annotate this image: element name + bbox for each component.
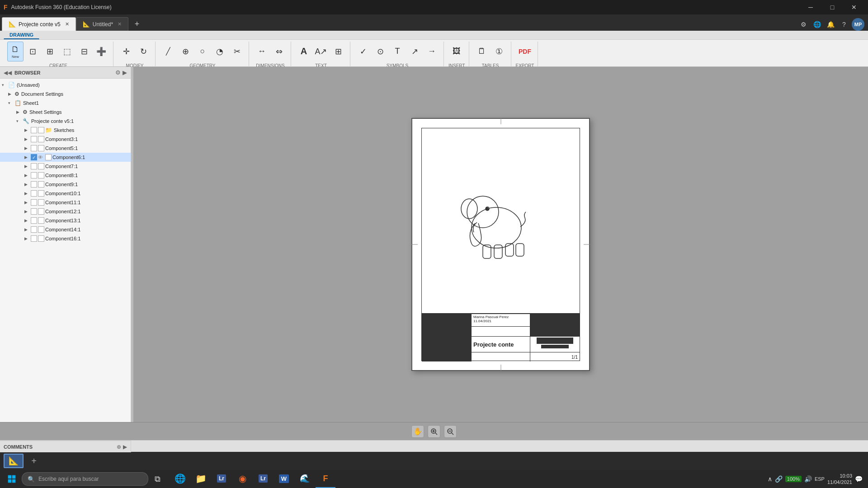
circle-button[interactable]: ○ xyxy=(194,42,211,61)
break-view-button[interactable]: ⊟ xyxy=(76,42,92,61)
tray-arrow-icon[interactable]: ∧ xyxy=(768,475,772,483)
zoom-in-button[interactable] xyxy=(428,425,440,438)
close-button[interactable]: ✕ xyxy=(844,0,864,14)
new-drawing-button[interactable]: 🗋 New xyxy=(7,42,24,61)
tab-notify-icon[interactable]: 🔔 xyxy=(825,19,836,30)
comp13-check2[interactable] xyxy=(38,217,44,224)
restore-button[interactable]: □ xyxy=(822,0,843,14)
leader-sym-button[interactable]: ↗ xyxy=(406,42,423,61)
tree-item-sheet-settings[interactable]: ▶ ⚙ Sheet Settings xyxy=(0,108,131,117)
line-button[interactable]: ╱ xyxy=(160,42,176,61)
browser-back-icon[interactable]: ◀◀ xyxy=(4,70,12,76)
tree-item-comp11[interactable]: ▶ Component11:1 xyxy=(0,198,131,207)
tree-item-comp8[interactable]: ▶ Component8:1 xyxy=(0,171,131,180)
tab-help-icon[interactable]: ? xyxy=(838,19,850,30)
comp11-check2[interactable] xyxy=(38,199,44,206)
system-clock[interactable]: 10:03 11/04/2021 xyxy=(827,473,852,486)
text-button[interactable]: A xyxy=(296,42,312,61)
tree-item-comp6[interactable]: ▶ ✓ 👁 Component6:1 xyxy=(0,153,131,162)
tree-item-comp12[interactable]: ▶ Component12:1 xyxy=(0,207,131,216)
canvas-area[interactable]: Marina Pascual Perez 11.04/2021 xyxy=(133,67,868,422)
tree-item-sketches[interactable]: ▶ 📁 Sketches xyxy=(0,126,131,135)
task-view-button[interactable]: ⧉ xyxy=(148,470,166,488)
detail-view-button[interactable]: ⊡ xyxy=(24,42,41,61)
comp16-check[interactable] xyxy=(31,235,37,242)
battery-indicator[interactable]: 100% xyxy=(785,476,802,482)
datum-button[interactable]: ⊙ xyxy=(372,42,388,61)
tree-item-comp16[interactable]: ▶ Component16:1 xyxy=(0,234,131,243)
comp6-check2[interactable] xyxy=(45,154,52,160)
trim-button[interactable]: ✂ xyxy=(229,42,245,61)
tab-settings-icon[interactable]: ⚙ xyxy=(797,19,809,30)
tree-item-comp14[interactable]: ▶ Component14:1 xyxy=(0,225,131,234)
tree-item-unsaved[interactable]: ▾ 📄 (Unsaved) xyxy=(0,80,131,89)
tree-item-comp3[interactable]: ▶ Component3:1 xyxy=(0,135,131,144)
comp8-check2[interactable] xyxy=(38,172,44,178)
comp13-check[interactable] xyxy=(31,217,37,224)
comp5-check[interactable] xyxy=(31,145,37,151)
taskbar-app-lr2[interactable]: Lr xyxy=(253,470,273,488)
export-pdf-button[interactable]: PDF xyxy=(517,42,533,61)
comp5-check2[interactable] xyxy=(38,145,44,151)
comp3-check2[interactable] xyxy=(38,136,44,142)
projected-view-button[interactable]: ⊞ xyxy=(42,42,58,61)
arrow-right-sym-button[interactable]: → xyxy=(424,42,440,61)
leader-text-button[interactable]: A↗ xyxy=(313,42,329,61)
taskbar-app-chrome[interactable]: ◉ xyxy=(232,470,252,488)
comp12-check[interactable] xyxy=(31,208,37,215)
text-sym-button[interactable]: T xyxy=(389,42,406,61)
tab-projecte-conte[interactable]: 📐 Projecte conte v5 ✕ xyxy=(2,17,76,31)
start-button[interactable] xyxy=(2,470,22,488)
bom-button[interactable]: ① xyxy=(491,42,507,61)
comp11-check[interactable] xyxy=(31,199,37,206)
tab-close-btn2[interactable]: ✕ xyxy=(118,21,122,27)
tab-close-btn[interactable]: ✕ xyxy=(65,21,69,27)
comp7-check[interactable] xyxy=(31,163,37,169)
comp16-check2[interactable] xyxy=(38,235,44,242)
tree-item-comp9[interactable]: ▶ Component9:1 xyxy=(0,180,131,189)
taskbar-app-lightroom[interactable]: Lr xyxy=(212,470,231,488)
comp10-check2[interactable] xyxy=(38,190,44,197)
sketches-check[interactable] xyxy=(31,127,37,133)
tab-online-icon[interactable]: 🌐 xyxy=(811,19,823,30)
tab-account-icon[interactable]: MP xyxy=(852,18,864,31)
pan-button[interactable]: ✋ xyxy=(411,425,424,438)
comp6-eye[interactable]: 👁 xyxy=(38,155,44,160)
drawing-tab-button[interactable]: 📐 xyxy=(4,454,24,468)
sketches-check2[interactable] xyxy=(38,127,44,133)
comp8-check[interactable] xyxy=(31,172,37,178)
minimize-button[interactable]: ─ xyxy=(800,0,821,14)
comp9-check[interactable] xyxy=(31,181,37,188)
rotate-button[interactable]: ↻ xyxy=(135,42,151,61)
comp3-check[interactable] xyxy=(31,136,37,142)
arc-button[interactable]: ◔ xyxy=(212,42,228,61)
zoom-out-button[interactable] xyxy=(444,425,457,438)
taskbar-app-edge[interactable]: 🌐 xyxy=(170,470,190,488)
comp10-check[interactable] xyxy=(31,190,37,197)
comments-add-icon[interactable]: ⊕ xyxy=(117,444,121,450)
tray-speaker-icon[interactable]: 🔊 xyxy=(804,475,812,483)
tab-untitled[interactable]: 📐 Untitled* ✕ xyxy=(76,17,128,31)
insert-image-button[interactable]: 🖼 xyxy=(448,42,465,61)
add-view-button[interactable]: ➕ xyxy=(93,42,109,61)
comp7-check2[interactable] xyxy=(38,163,44,169)
tray-notification-icon[interactable]: 💬 xyxy=(855,475,863,483)
tree-item-sheet1[interactable]: ▾ 📋 Sheet1 xyxy=(0,99,131,108)
circle-center-button[interactable]: ⊕ xyxy=(177,42,193,61)
add-tab-button[interactable]: + xyxy=(27,454,41,468)
browser-settings-icon[interactable]: ⚙ xyxy=(115,69,121,76)
move-button[interactable]: ✛ xyxy=(118,42,134,61)
tree-item-comp13[interactable]: ▶ Component13:1 xyxy=(0,216,131,225)
taskbar-app-word[interactable]: W xyxy=(274,470,294,488)
new-tab-button[interactable]: + xyxy=(130,17,144,31)
dim-aligned-button[interactable]: ⇔ xyxy=(271,42,287,61)
comp14-check2[interactable] xyxy=(38,226,44,233)
checkmark-symbol-button[interactable]: ✓ xyxy=(355,42,371,61)
comp12-check2[interactable] xyxy=(38,208,44,215)
ribbon-tab-drawing[interactable]: DRAWING xyxy=(4,31,39,39)
tree-item-comp7[interactable]: ▶ Component7:1 xyxy=(0,162,131,171)
dim-linear-button[interactable]: ↔ xyxy=(254,42,270,61)
tree-item-doc-settings[interactable]: ▶ ⚙ Document Settings xyxy=(0,89,131,99)
taskbar-app-fusion2[interactable]: F xyxy=(316,470,335,488)
browser-expand-icon[interactable]: ▶ xyxy=(123,69,127,76)
